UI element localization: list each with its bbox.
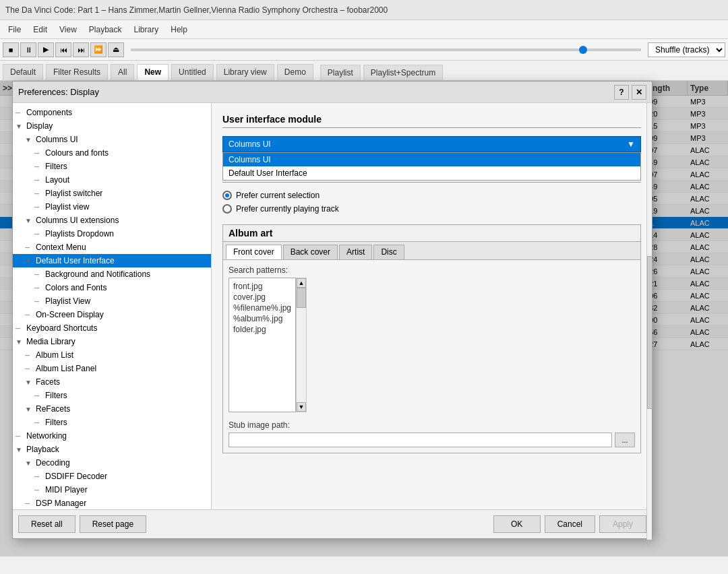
art-tab-front-cover[interactable]: Front cover [226,245,282,259]
tab-demo[interactable]: Demo [277,64,313,80]
tree-item-decoding[interactable]: ▼Decoding [13,456,211,470]
ok-button[interactable]: OK [493,515,541,533]
tab-new[interactable]: New [137,64,169,80]
tree-item-dsp-manager[interactable]: ─DSP Manager [13,497,211,509]
album-art-content: Search patterns: front.jpg cover.jpg %fi… [223,260,640,453]
tree-item-dsdiff-decoder[interactable]: ─DSDIFF Decoder [13,470,211,483]
tree-toggle-icon: ─ [34,392,44,400]
art-tab-disc[interactable]: Disc [373,245,404,259]
tree-toggle-icon: ▼ [16,123,25,130]
seekbar[interactable] [131,49,641,51]
tree-item-layout[interactable]: ─Layout [13,173,211,187]
stub-label: Stub image path: [229,420,290,430]
dropdown-selected[interactable]: Columns UI ▼ [222,136,641,152]
scroll-down-button[interactable]: ▼ [297,402,306,412]
menu-edit[interactable]: Edit [28,23,53,36]
tab-playlist-spectrum[interactable]: Playlist+Spectrum [363,65,443,80]
tree-item-media-library[interactable]: ▼Media Library [13,335,211,348]
dropdown-list: Columns UI Default User Interface [222,152,641,181]
tree-label: ReFacets [34,404,211,414]
tree-item-playlist-switcher[interactable]: ─Playlist switcher [13,187,211,200]
menu-help[interactable]: Help [165,23,193,36]
toolbar: ■ ⏸ ▶ ⏮ ⏭ ⏩ ⏏ Shuffle (tracks) [0,39,728,61]
tree-item-playlists-dropdown[interactable]: ─Playlists Dropdown [13,227,211,241]
art-tab-back-cover[interactable]: Back cover [283,245,338,259]
album-art-title: Album art [223,225,640,242]
menu-library[interactable]: Library [129,23,164,36]
tree-label: Album List [34,350,211,360]
reset-page-button[interactable]: Reset page [80,515,146,533]
tab-default[interactable]: Default [3,64,43,80]
pattern-front-jpg: front.jpg [232,281,293,292]
tree-item-columns-ui[interactable]: ▼Columns UI [13,133,211,146]
tree-toggle-icon: ─ [25,244,34,251]
apply-button[interactable]: Apply [599,515,646,533]
tree-item-components[interactable]: ─Components [13,106,211,119]
scroll-up-button[interactable]: ▲ [297,278,306,288]
search-patterns-list[interactable]: front.jpg cover.jpg %filename%.jpg %albu… [229,278,296,412]
art-tab-artist[interactable]: Artist [339,245,372,259]
tree-item-background-and-notifications[interactable]: ─Background and Notifications [13,267,211,281]
stub-image-input[interactable] [229,433,612,447]
tab-library-view[interactable]: Library view [216,64,274,80]
tree-label: Components [25,107,211,118]
tab-untitled[interactable]: Untitled [171,64,214,80]
dropdown-option-default-ui[interactable]: Default User Interface [223,166,640,180]
tree-panel: ─Components▼Display▼Columns UI─Colours a… [13,103,212,509]
tab-filter-results[interactable]: Filter Results [46,64,108,80]
close-button[interactable]: ✕ [632,85,646,100]
play-button[interactable]: ▶ [38,42,54,57]
eject-button[interactable]: ⏏ [108,42,124,57]
stop-button[interactable]: ■ [3,42,19,57]
tree-label: Background and Notifications [44,269,211,280]
tree-item-default-user-interface[interactable]: ▼Default User Interface [13,254,211,267]
tree-item-networking[interactable]: ─Networking [13,429,211,443]
tree-toggle-icon: ─ [34,486,44,494]
prev-button[interactable]: ⏮ [55,42,71,57]
help-button[interactable]: ? [614,85,629,100]
tree-item-midi-player[interactable]: ─MIDI Player [13,483,211,497]
tree-item-colors-and-fonts[interactable]: ─Colors and Fonts [13,281,211,294]
list-scrollbar[interactable]: ▲ ▼ [296,278,307,412]
ui-module-dropdown[interactable]: Columns UI ▼ Columns UI Default User Int… [222,136,641,152]
tree-item-filters[interactable]: ─Filters [13,160,211,173]
radio-prefer-current[interactable]: Prefer current selection [222,191,641,200]
tab-playlist[interactable]: Playlist [320,65,361,80]
tree-toggle-icon: ─ [16,325,25,332]
tree-item-playlist-view[interactable]: ─Playlist View [13,294,211,308]
dropdown-option-columns-ui[interactable]: Columns UI [223,153,640,166]
menu-file[interactable]: File [3,23,26,36]
tree-item-display[interactable]: ▼Display [13,119,211,133]
tree-item-facets[interactable]: ▼Facets [13,375,211,389]
tree-item-filters[interactable]: ─Filters [13,416,211,429]
tree-item-refacets[interactable]: ▼ReFacets [13,402,211,416]
tree-item-album-list[interactable]: ─Album List [13,348,211,362]
radio-prefer-playing[interactable]: Prefer currently playing track [222,204,641,214]
tree-toggle-icon: ▼ [25,406,34,413]
tree-item-playback[interactable]: ▼Playback [13,443,211,456]
tree-item-columns-ui-extensions[interactable]: ▼Columns UI extensions [13,214,211,227]
dropdown-arrow-icon: ▼ [627,139,635,149]
tree-item-colours-and-fonts[interactable]: ─Colours and fonts [13,146,211,160]
fastforward-button[interactable]: ⏩ [90,42,107,57]
tree-label: Playlist view [44,201,211,212]
browse-button[interactable]: ... [615,433,635,447]
tree-item-playlist-view[interactable]: ─Playlist view [13,200,211,214]
pause-button[interactable]: ⏸ [20,42,36,57]
tree-item-keyboard-shortcuts[interactable]: ─Keyboard Shortcuts [13,321,211,335]
tree-label: Keyboard Shortcuts [25,323,211,333]
shuffle-select[interactable]: Shuffle (tracks) [648,42,725,57]
menu-view[interactable]: View [54,23,82,36]
tree-item-context-menu[interactable]: ─Context Menu [13,241,211,254]
tree-label: Columns UI [34,134,211,145]
tree-item-on-screen-display[interactable]: ─On-Screen Display [13,308,211,321]
cancel-button[interactable]: Cancel [545,515,595,533]
next-button[interactable]: ⏭ [73,42,89,57]
tree-item-album-list-panel[interactable]: ─Album List Panel [13,362,211,375]
tree-label: DSP Manager [34,498,211,509]
search-patterns-area: Search patterns: front.jpg cover.jpg %fi… [229,265,635,447]
tree-item-filters[interactable]: ─Filters [13,389,211,402]
menu-playback[interactable]: Playback [84,23,127,36]
reset-all-button[interactable]: Reset all [18,515,75,533]
tab-all[interactable]: All [111,64,134,80]
